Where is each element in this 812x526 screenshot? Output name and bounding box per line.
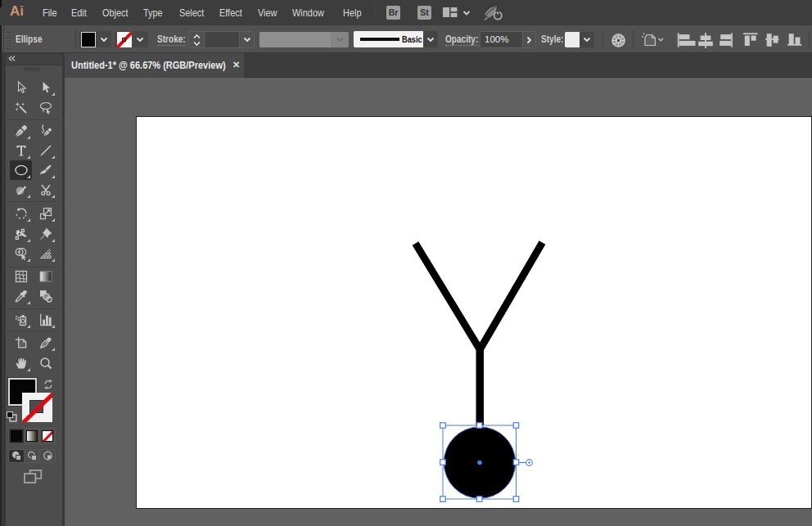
line-segment-tool[interactable]: [34, 141, 56, 160]
scale-tool[interactable]: [34, 204, 56, 223]
menu-select[interactable]: Select: [179, 0, 204, 25]
artboard-tool[interactable]: [10, 333, 32, 353]
zoom-tool[interactable]: [34, 353, 56, 373]
document-tab-bar: Untitled-1* @ 66.67% (RGB/Preview) ✕: [65, 53, 812, 78]
pen-tool[interactable]: [10, 121, 32, 141]
align-horizontal-center-icon[interactable]: [698, 33, 713, 48]
menu-edit[interactable]: Edit: [71, 0, 87, 25]
document-tab[interactable]: Untitled-1* @ 66.67% (RGB/Preview) ✕: [65, 53, 244, 78]
shaper-tool[interactable]: [10, 180, 32, 200]
mesh-tool[interactable]: [10, 267, 32, 286]
ellipse-tool[interactable]: [10, 160, 32, 180]
y-shape-left-arm[interactable]: [416, 244, 480, 349]
control-bar-grip[interactable]: [7, 32, 11, 49]
fill-color-chevron-icon[interactable]: [96, 37, 111, 43]
workspace-switcher-icon[interactable]: [443, 6, 458, 19]
tools-panel-header[interactable]: [6, 54, 62, 65]
type-tool[interactable]: [10, 141, 32, 160]
align-vertical-center-icon[interactable]: [765, 33, 779, 47]
opacity-control[interactable]: 100%: [480, 31, 536, 48]
stroke-color-indicator[interactable]: [22, 393, 52, 422]
gradient-tool[interactable]: [34, 267, 56, 286]
puppet-warp-tool[interactable]: [34, 224, 56, 244]
gpu-performance-rocket-icon[interactable]: [483, 5, 504, 21]
selection-handle[interactable]: [440, 423, 446, 429]
selection-handle[interactable]: [440, 460, 446, 465]
width-tool[interactable]: [10, 224, 32, 244]
selection-handle[interactable]: [477, 423, 483, 429]
curvature-tool[interactable]: [34, 121, 56, 141]
selection-handle[interactable]: [513, 460, 519, 465]
y-shape-right-arm[interactable]: [480, 243, 543, 349]
stroke-weight-control[interactable]: [188, 31, 255, 48]
selection-handle[interactable]: [440, 497, 446, 502]
draw-normal-button[interactable]: [9, 450, 24, 462]
stroke-color-control[interactable]: [115, 31, 148, 47]
rotate-tool[interactable]: [10, 204, 32, 223]
symbol-sprayer-tool[interactable]: [10, 310, 32, 330]
menu-file[interactable]: File: [43, 0, 57, 25]
brush-definition-control[interactable]: Basic: [354, 31, 438, 47]
menu-effect[interactable]: Effect: [219, 0, 242, 25]
stock-badge[interactable]: St: [417, 6, 431, 20]
perspective-grid-tool[interactable]: [34, 244, 56, 263]
selection-handle[interactable]: [477, 497, 483, 502]
align-bottom-icon[interactable]: [787, 33, 802, 47]
slice-tool[interactable]: [34, 333, 56, 353]
hand-tool[interactable]: [10, 353, 32, 373]
gradient-mode-button[interactable]: [24, 429, 39, 443]
paintbrush-tool[interactable]: [34, 160, 56, 180]
swap-fill-stroke-icon[interactable]: [43, 380, 53, 389]
none-mode-button[interactable]: [39, 429, 55, 443]
eyedropper-tool[interactable]: [10, 286, 32, 306]
stroke-weight-dropdown[interactable]: [240, 32, 254, 47]
artwork-layer[interactable]: [65, 78, 812, 526]
recolor-artwork-icon[interactable]: [611, 34, 625, 47]
shape-builder-tool[interactable]: [10, 244, 32, 263]
selection-handle[interactable]: [513, 497, 519, 502]
y-shape-stem[interactable]: [476, 344, 485, 425]
opacity-arrow-icon[interactable]: [522, 32, 535, 47]
align-right-icon[interactable]: [720, 33, 733, 47]
align-top-icon[interactable]: [743, 33, 758, 47]
fill-color-swatch[interactable]: [81, 32, 96, 47]
menu-window[interactable]: Window: [292, 0, 324, 25]
stroke-weight-input[interactable]: [204, 32, 240, 47]
selection-tool[interactable]: [10, 78, 32, 97]
close-tab-icon[interactable]: ✕: [232, 60, 240, 70]
stroke-color-chevron-icon[interactable]: [132, 37, 148, 43]
menu-object[interactable]: Object: [102, 0, 129, 25]
change-screen-mode-icon[interactable]: [24, 470, 43, 483]
magic-wand-tool[interactable]: [10, 98, 32, 118]
canvas-area[interactable]: [65, 78, 812, 526]
opacity-label[interactable]: Opacity:: [445, 34, 478, 46]
menu-help[interactable]: Help: [343, 0, 361, 25]
opacity-input[interactable]: 100%: [480, 32, 522, 47]
draw-inside-button[interactable]: [39, 450, 55, 462]
column-graph-tool[interactable]: [34, 310, 56, 330]
fill-color-control[interactable]: [79, 31, 111, 47]
brush-chevron-icon[interactable]: [423, 31, 438, 47]
tools-panel-grip[interactable]: [25, 67, 41, 71]
brush-preview[interactable]: Basic: [354, 31, 423, 47]
lasso-tool[interactable]: [34, 98, 56, 118]
bridge-badge[interactable]: Br: [386, 6, 400, 20]
workspace-chevron-down-icon[interactable]: [462, 10, 471, 16]
stroke-none-swatch[interactable]: [117, 32, 132, 47]
menu-view[interactable]: View: [258, 0, 277, 25]
graphic-style-swatch[interactable]: [565, 32, 580, 47]
scissors-tool[interactable]: [34, 180, 56, 200]
blend-tool[interactable]: [34, 286, 56, 306]
default-fill-stroke-icon[interactable]: [7, 411, 17, 422]
collapse-panel-icon[interactable]: [8, 56, 16, 61]
direct-selection-tool[interactable]: [34, 78, 56, 97]
stroke-weight-stepper[interactable]: [189, 32, 204, 47]
align-to-selection-icon[interactable]: [641, 32, 664, 47]
align-left-icon[interactable]: [677, 33, 697, 47]
style-chevron-icon[interactable]: [580, 32, 594, 47]
draw-behind-button[interactable]: [24, 450, 39, 462]
stroke-label[interactable]: Stroke:: [157, 34, 186, 46]
color-mode-button[interactable]: [9, 429, 24, 443]
selection-handle[interactable]: [513, 423, 519, 429]
menu-type[interactable]: Type: [143, 0, 163, 25]
